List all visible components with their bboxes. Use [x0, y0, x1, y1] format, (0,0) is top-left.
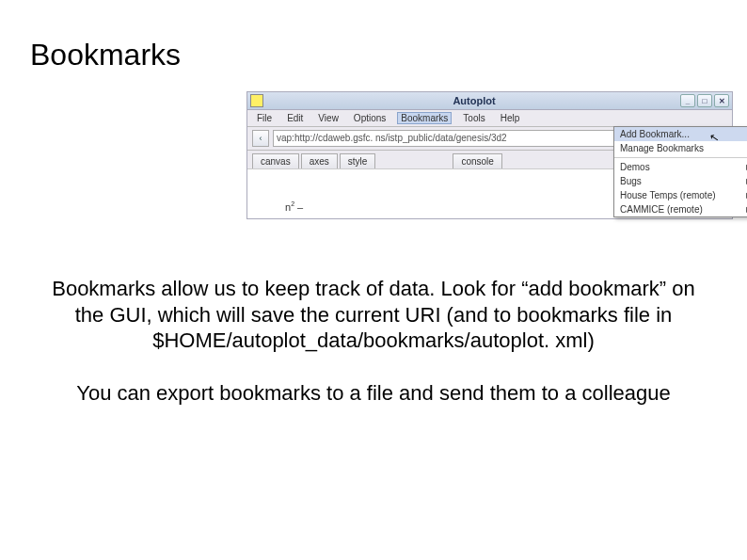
dropdown-manage-bookmarks[interactable]: Manage Bookmarks [614, 141, 747, 155]
dropdown-separator [614, 157, 747, 158]
menu-view[interactable]: View [314, 112, 342, 124]
menu-options[interactable]: Options [350, 112, 389, 124]
dropdown-add-label: Add Bookmark... [620, 129, 690, 139]
tab-style[interactable]: style [340, 153, 376, 168]
dropdown-manage-label: Manage Bookmarks [620, 143, 704, 153]
app-screenshot: Autoplot _ □ ✕ File Edit View Options Bo… [246, 91, 736, 219]
slide-title: Bookmarks [30, 38, 717, 72]
menu-file[interactable]: File [253, 112, 276, 124]
dropdown-demos[interactable]: Demos▶ [614, 160, 747, 174]
bookmarks-dropdown: Add Bookmark... Manage Bookmarks Demos▶ … [613, 126, 747, 217]
menu-bar: File Edit View Options Bookmarks Tools H… [247, 110, 732, 127]
close-button[interactable]: ✕ [714, 94, 729, 107]
dropdown-demos-label: Demos [620, 162, 650, 172]
tab-console[interactable]: console [453, 153, 501, 168]
menu-help[interactable]: Help [497, 112, 524, 124]
dropdown-house-temps[interactable]: House Temps (remote)▶ [614, 188, 747, 202]
menu-edit[interactable]: Edit [283, 112, 307, 124]
dropdown-cammice-label: CAMMICE (remote) [620, 204, 703, 215]
minimize-button[interactable]: _ [680, 94, 695, 107]
url-input[interactable]: vap:http://cdaweb.gsfc. ns/istp_public/d… [273, 130, 665, 147]
slide-paragraph-2: You can export bookmarks to a file and s… [49, 380, 698, 407]
dropdown-add-bookmark[interactable]: Add Bookmark... [614, 127, 747, 141]
title-bar: Autoplot _ □ ✕ [247, 92, 732, 110]
menu-tools[interactable]: Tools [459, 112, 488, 124]
menu-bookmarks[interactable]: Bookmarks [397, 112, 452, 124]
dropdown-house-label: House Temps (remote) [620, 190, 716, 200]
tab-axes[interactable]: axes [301, 153, 338, 168]
window-title: Autoplot [268, 95, 680, 106]
axis-label: n2 – [285, 200, 303, 213]
maximize-button[interactable]: □ [697, 94, 712, 107]
back-button[interactable]: ‹ [252, 130, 269, 147]
slide-body: Bookmarks allow us to keep track of data… [30, 276, 717, 406]
slide-paragraph-1: Bookmarks allow us to keep track of data… [49, 276, 698, 354]
app-icon [250, 94, 263, 107]
dropdown-bugs[interactable]: Bugs▶ [614, 174, 747, 188]
dropdown-cammice[interactable]: CAMMICE (remote)▶y (/cc) [614, 202, 747, 216]
dropdown-bugs-label: Bugs [620, 176, 642, 186]
tab-canvas[interactable]: canvas [252, 153, 299, 168]
